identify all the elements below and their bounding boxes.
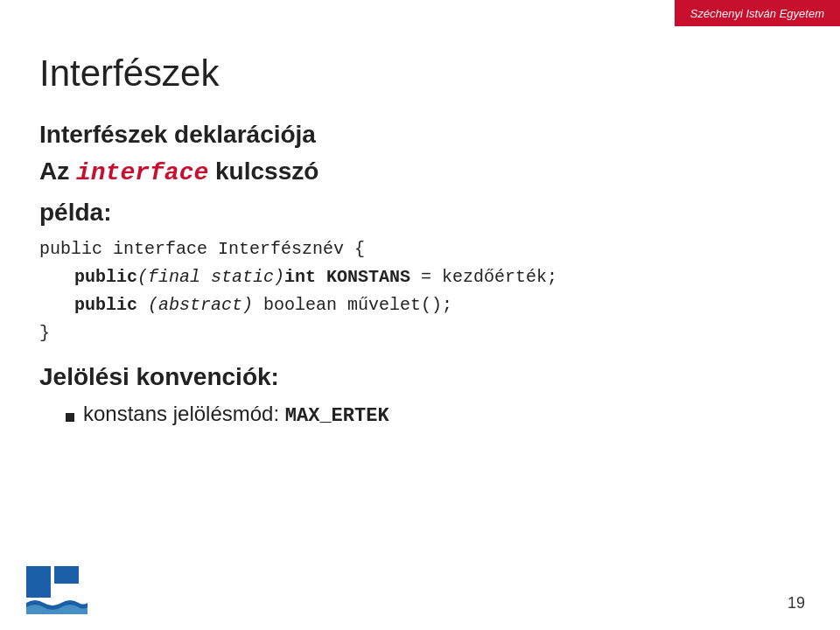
university-logo	[26, 566, 88, 614]
code-line-4: }	[39, 319, 801, 347]
bullet-list: konstans jelölésmód: MAX_ERTEK	[66, 402, 801, 427]
bullet-item-1: konstans jelölésmód: MAX_ERTEK	[66, 402, 801, 427]
section-heading-1: Interfészek deklarációja	[39, 121, 801, 149]
logo-svg	[26, 566, 88, 614]
kulcsszo-suffix: kulcsszó	[215, 158, 318, 185]
interface-keyword: interface	[76, 159, 208, 186]
university-name: Széchenyi István Egyetem	[690, 7, 824, 20]
code-block: public interface Interfésznév { public(f…	[39, 235, 801, 347]
jelolesi-heading: Jelölési konvenciók:	[39, 363, 801, 391]
az-prefix: Az	[39, 158, 69, 185]
keyword-line: Az interface kulcsszó	[39, 158, 801, 186]
header-bar: Széchenyi István Egyetem	[675, 0, 840, 26]
page-number: 19	[788, 594, 805, 612]
bullet-1-text: konstans jelölésmód: MAX_ERTEK	[83, 402, 389, 427]
svg-rect-0	[26, 566, 51, 598]
slide-title: Interfészek	[39, 52, 801, 94]
slide-content: Interfészek Interfészek deklarációja Az …	[39, 52, 801, 432]
svg-rect-1	[54, 566, 79, 584]
code-line-2: public(final static)int KONSTANS = kezdő…	[74, 263, 801, 291]
max-ertek-code: MAX_ERTEK	[285, 405, 389, 427]
bullet-square-icon	[66, 413, 74, 422]
code-line-3: public (abstract) boolean művelet();	[74, 291, 801, 319]
pelda-label: példa:	[39, 199, 801, 227]
code-line-1: public interface Interfésznév {	[39, 235, 801, 263]
